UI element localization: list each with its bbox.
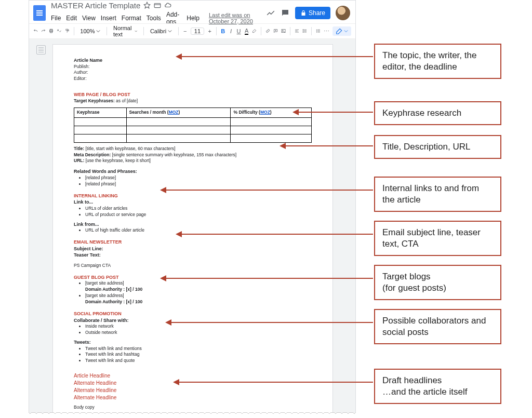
menu-help[interactable]: Help	[187, 15, 200, 22]
tweets-label: Tweets:	[74, 339, 312, 346]
activity-icon[interactable]	[266, 8, 275, 18]
left-gutter	[29, 39, 52, 417]
meta-val: [single sentence summary with keyphrase,…	[112, 152, 237, 157]
arrow-3	[281, 145, 373, 146]
th-searches: Searches / month (MOZ)	[126, 107, 231, 117]
gdocs-window: MASTER Article Template File Edit View I…	[29, 0, 356, 418]
title-label: Title:	[74, 146, 84, 151]
image-button[interactable]	[281, 26, 286, 36]
keyphrase-table: Keyphrase Searches / month (MOZ) % Diffi…	[74, 107, 312, 143]
line-spacing-button[interactable]	[302, 26, 307, 36]
target-asof: as of [date]	[116, 98, 138, 103]
document-title[interactable]: MASTER Article Template	[51, 1, 140, 10]
table-row	[74, 134, 312, 142]
arrow-7	[166, 322, 373, 323]
target-label: Target Keyphrases:	[74, 98, 115, 103]
italic-button[interactable]: I	[229, 26, 233, 36]
annotation-3: Title, Description, URL	[374, 135, 501, 159]
related-heading: Related Words and Phrases:	[74, 168, 312, 175]
menu-view[interactable]: View	[82, 15, 96, 22]
title-area: MASTER Article Template File Edit View I…	[51, 1, 266, 25]
section-internal: INTERNAL LINKING	[74, 193, 312, 199]
article-name-heading: Article Name	[74, 57, 312, 64]
fontsize-input[interactable]: 11	[191, 28, 204, 35]
table-row	[74, 117, 312, 126]
menu-format[interactable]: Format	[122, 15, 141, 22]
list-item: Inside network	[85, 323, 312, 330]
toolbar: 100% Normal text Calibri − 11 + B I U A …	[29, 23, 355, 39]
list-item: [target site address]Domain Authority : …	[85, 293, 312, 305]
annotation-5: Email subject line, teaser text, CTA	[374, 221, 501, 256]
headline-2: Alternate Headline	[74, 380, 312, 387]
text-color-button[interactable]: A	[244, 26, 249, 36]
svg-rect-0	[154, 4, 161, 8]
th-keyphrase: Keyphrase	[74, 107, 127, 117]
table-row	[74, 126, 312, 134]
document-page[interactable]: Article Name Publish: Author: Editor: WE…	[52, 44, 333, 417]
titlebar: MASTER Article Template File Edit View I…	[29, 1, 355, 23]
last-edit-link[interactable]: Last edit was on October 27, 2020	[209, 12, 266, 24]
arrow-5	[177, 234, 373, 235]
fontsize-minus[interactable]: −	[183, 26, 188, 36]
publish-line: Publish:	[74, 64, 312, 70]
document-surface: Article Name Publish: Author: Editor: WE…	[29, 39, 355, 417]
teaser-label: Teaser Text:	[74, 252, 312, 259]
list-item: Outside network	[85, 330, 312, 336]
bold-button[interactable]: B	[221, 26, 225, 36]
svg-point-7	[316, 30, 317, 30]
arrow-4	[161, 190, 373, 191]
svg-rect-4	[66, 30, 68, 31]
linkfrom-label: Link from...	[74, 221, 312, 228]
list-button[interactable]	[316, 26, 321, 36]
list-item: [related phrase]	[85, 175, 312, 181]
section-webpage: WEB PAGE / BLOG POST	[74, 91, 312, 98]
comment-button[interactable]	[273, 26, 278, 36]
print-button[interactable]	[49, 26, 54, 36]
list-item: URL of high traffic older article	[85, 227, 312, 234]
list-item: URLs of older articles	[85, 206, 312, 212]
menu-edit[interactable]: Edit	[66, 15, 77, 22]
star-icon[interactable]	[143, 2, 151, 9]
more-button[interactable]: ⋯	[324, 26, 329, 36]
url-label: URL:	[74, 158, 84, 163]
undo-button[interactable]	[33, 26, 38, 36]
list-item: [related phrase]	[85, 181, 312, 187]
annotation-1: The topic, the writer, the editor, the d…	[374, 44, 501, 79]
share-button[interactable]: Share	[295, 7, 330, 19]
redo-button[interactable]	[41, 26, 46, 36]
menu-file[interactable]: File	[51, 15, 61, 22]
url-val: [use the keyphrase, keep it short]	[86, 158, 151, 163]
fontsize-plus[interactable]: +	[207, 26, 212, 36]
paint-format-button[interactable]	[65, 26, 70, 36]
section-social: SOCIAL PROMOTION	[74, 311, 312, 317]
headline-1: Article Headline	[74, 372, 312, 380]
zoom-select[interactable]: 100%	[78, 28, 102, 34]
move-icon[interactable]	[154, 2, 161, 9]
outline-icon[interactable]	[36, 45, 46, 55]
font-select[interactable]: Calibri	[148, 28, 174, 34]
title-val: [title, start with keyphrase, 60 max cha…	[86, 146, 176, 151]
arrow-2	[294, 112, 373, 113]
list-item: URL of product or service page	[85, 212, 312, 218]
share-label: Share	[309, 9, 325, 17]
align-button[interactable]	[295, 26, 299, 36]
ps-cta: PS Campaign CTA	[74, 263, 312, 269]
link-button[interactable]	[265, 26, 270, 36]
torn-edge	[29, 413, 356, 418]
editing-mode-button[interactable]	[332, 26, 351, 36]
cloud-status-icon[interactable]	[164, 2, 171, 9]
menu-insert[interactable]: Insert	[101, 15, 116, 22]
comments-icon[interactable]	[281, 8, 290, 18]
spellcheck-button[interactable]	[57, 26, 61, 36]
account-avatar[interactable]	[336, 6, 350, 20]
docs-logo-icon[interactable]	[33, 5, 46, 21]
annotation-2: Keyphrase research	[374, 101, 501, 125]
svg-point-8	[316, 31, 317, 32]
menu-tools[interactable]: Tools	[147, 15, 161, 22]
style-select[interactable]: Normal text	[111, 25, 139, 37]
editor-line: Editor:	[74, 76, 312, 82]
annotation-6: Target blogs (for guest posts)	[374, 265, 501, 300]
annotation-7: Possible collaborators and social posts	[374, 309, 501, 344]
underline-button[interactable]: U	[236, 26, 241, 36]
highlight-button[interactable]	[252, 26, 257, 36]
